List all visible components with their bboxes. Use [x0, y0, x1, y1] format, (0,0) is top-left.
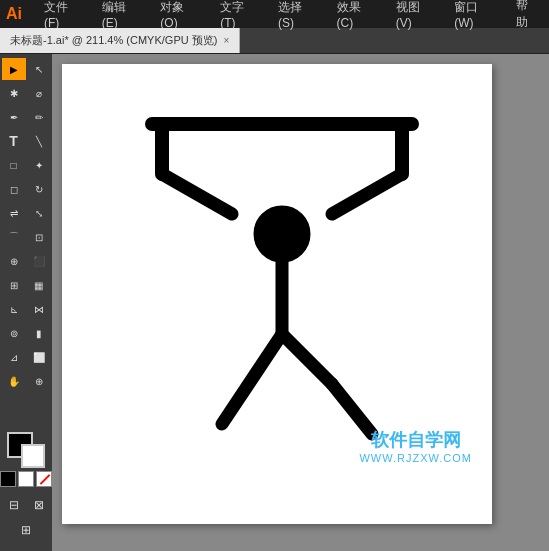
tool-row-mesh: ⊞ ▦	[2, 274, 51, 296]
swap-colors-button[interactable]	[18, 471, 34, 487]
paintbrush-tool[interactable]: ✦	[27, 154, 51, 176]
mirror-tool[interactable]: ⇌	[2, 202, 26, 224]
arrange-row: ⊞	[14, 519, 38, 541]
main-layout: ▶ ↖ ✱ ⌀ ✒ ✏ T ╲ □ ✦ ◻ ↻ ⇌ ⤡	[0, 54, 549, 551]
tool-row-shapebuilder: ⊕ ⬛	[2, 250, 51, 272]
tool-row-eraser: ◻ ↻	[2, 178, 51, 200]
column-chart-tool[interactable]: ▮	[27, 322, 51, 344]
menu-bar: Ai 文件(F) 编辑(E) 对象(O) 文字(T) 选择(S) 效果(C) 视…	[0, 0, 549, 28]
mesh-tool[interactable]: ⊞	[2, 274, 26, 296]
swatch-stack	[7, 432, 45, 468]
eyedropper-tool[interactable]: ⊾	[2, 298, 26, 320]
document-tab[interactable]: 未标题-1.ai* @ 211.4% (CMYK/GPU 预览) ×	[0, 28, 240, 53]
symbol-tool[interactable]: ⊚	[2, 322, 26, 344]
live-paint-tool[interactable]: ⬛	[27, 250, 51, 272]
tool-row-pen: ✒ ✏	[2, 106, 51, 128]
background-swatch[interactable]	[21, 444, 45, 468]
rect-tool[interactable]: □	[2, 154, 26, 176]
screen-mode-button[interactable]: ⊟	[2, 494, 26, 516]
line-tool[interactable]: ╲	[27, 130, 51, 152]
rotate-tool[interactable]: ↻	[27, 178, 51, 200]
scale-tool[interactable]: ⤡	[27, 202, 51, 224]
menu-view[interactable]: 视图(V)	[392, 0, 439, 32]
svg-line-3	[162, 174, 232, 214]
menu-select[interactable]: 选择(S)	[274, 0, 321, 32]
tab-bar: 未标题-1.ai* @ 211.4% (CMYK/GPU 预览) ×	[0, 28, 549, 54]
eraser-tool[interactable]: ◻	[2, 178, 26, 200]
menu-file[interactable]: 文件(F)	[40, 0, 86, 32]
lasso-tool[interactable]: ⌀	[27, 82, 51, 104]
pen-tool[interactable]: ✒	[2, 106, 26, 128]
canvas-area[interactable]: 软件自学网 WWW.RJZXW.COM	[52, 54, 549, 551]
warp-tool[interactable]: ⌒	[2, 226, 26, 248]
gradient-tool[interactable]: ▦	[27, 274, 51, 296]
artboard: 软件自学网 WWW.RJZXW.COM	[62, 64, 492, 524]
tool-row-select: ▶ ↖	[2, 58, 51, 80]
menu-help[interactable]: 帮助	[512, 0, 543, 33]
add-anchor-tool[interactable]: ✏	[27, 106, 51, 128]
tab-title: 未标题-1.ai* @ 211.4% (CMYK/GPU 预览)	[10, 33, 217, 48]
shape-builder-tool[interactable]: ⊕	[2, 250, 26, 272]
blend-tool[interactable]: ⋈	[27, 298, 51, 320]
direct-select-tool[interactable]: ↖	[27, 58, 51, 80]
color-area: ⊟ ⊠ ⊞	[0, 426, 52, 547]
stick-figure	[132, 94, 432, 474]
type-tool[interactable]: T	[2, 130, 26, 152]
tool-row-type: T ╲	[2, 130, 51, 152]
tool-row-slice: ⊿ ⬜	[2, 346, 51, 368]
tab-close-button[interactable]: ×	[223, 35, 229, 46]
default-colors-button[interactable]	[0, 471, 16, 487]
toolbar: ▶ ↖ ✱ ⌀ ✒ ✏ T ╲ □ ✦ ◻ ↻ ⇌ ⤡	[0, 54, 52, 551]
screen-mode-row: ⊟ ⊠	[2, 494, 51, 516]
svg-point-5	[260, 212, 304, 256]
menu-type[interactable]: 文字(T)	[216, 0, 262, 32]
app-logo: Ai	[6, 5, 22, 23]
tool-row-lasso: ✱ ⌀	[2, 82, 51, 104]
menu-object[interactable]: 对象(O)	[156, 0, 204, 32]
svg-line-7	[222, 334, 282, 424]
free-transform-tool[interactable]: ⊡	[27, 226, 51, 248]
svg-line-9	[332, 384, 372, 434]
zoom-tool[interactable]: ⊕	[27, 370, 51, 392]
mini-swatches	[0, 471, 52, 487]
slice-tool[interactable]: ⊿	[2, 346, 26, 368]
tool-row-transform: ⇌ ⤡	[2, 202, 51, 224]
menu-effect[interactable]: 效果(C)	[333, 0, 380, 32]
none-swatch[interactable]	[36, 471, 52, 487]
menu-window[interactable]: 窗口(W)	[450, 0, 500, 32]
svg-line-8	[282, 334, 332, 384]
arrange-button[interactable]: ⊞	[14, 519, 38, 541]
artboard-tool[interactable]: ⬜	[27, 346, 51, 368]
select-tool[interactable]: ▶	[2, 58, 26, 80]
fullscreen-button[interactable]: ⊠	[27, 494, 51, 516]
tool-row-eyedropper: ⊾ ⋈	[2, 298, 51, 320]
tool-row-warp: ⌒ ⊡	[2, 226, 51, 248]
magic-wand-tool[interactable]: ✱	[2, 82, 26, 104]
menu-edit[interactable]: 编辑(E)	[98, 0, 145, 32]
svg-line-4	[332, 174, 402, 214]
hand-tool[interactable]: ✋	[2, 370, 26, 392]
tool-row-shape: □ ✦	[2, 154, 51, 176]
tool-row-symbol: ⊚ ▮	[2, 322, 51, 344]
tool-row-nav: ✋ ⊕	[2, 370, 51, 392]
